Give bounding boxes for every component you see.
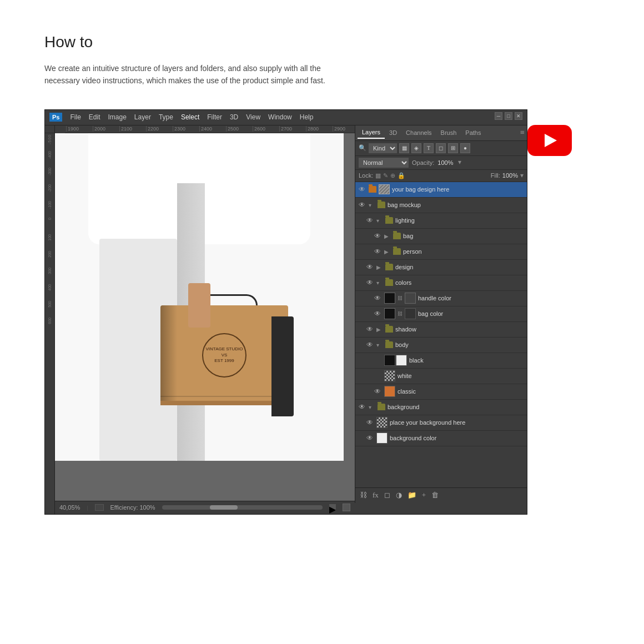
ruler-v-tick: 300 [45,268,54,284]
eye-visibility-icon[interactable]: 👁 [365,418,374,427]
vertical-ruler: -500 -400 -300 -200 -100 0 100 200 300 4… [45,125,55,514]
layer-item[interactable]: 👁 background color [355,431,527,446]
tab-layers[interactable]: Layers [358,127,385,139]
new-layer-icon[interactable]: + [422,491,426,500]
scroll-right-button[interactable]: ▶ [329,504,336,511]
chevron-right-icon: ▶ [384,249,391,255]
mask-icon[interactable]: ◻ [384,491,390,500]
layer-item[interactable]: 👁 ▾ lighting [355,213,527,229]
layer-item[interactable]: 👁 ▶ bag [355,229,527,244]
eye-visibility-icon[interactable]: 👁 [365,325,374,334]
eye-hidden-icon[interactable] [373,371,382,380]
ruler-v-tick: 200 [45,251,54,268]
menu-select[interactable]: Select [181,113,199,121]
layer-thumbnails [384,355,407,366]
eye-visibility-icon[interactable]: 👁 [365,278,374,287]
delete-layer-icon[interactable]: 🗑 [431,491,439,500]
fill-value: 100% [502,172,518,179]
blend-mode-dropdown[interactable]: Normal [359,158,409,168]
layer-item[interactable]: 👁 ▾ body [355,338,527,353]
menu-help[interactable]: Help [300,113,314,121]
filter-shape-btn[interactable]: ◻ [436,143,446,153]
opacity-label: Opacity: [412,159,434,166]
eye-visibility-icon[interactable]: 👁 [358,200,366,209]
youtube-play-button[interactable] [527,125,572,156]
layer-item[interactable]: 👁 ▾ background [355,400,527,415]
layer-item[interactable]: 👁 place your background here [355,415,527,431]
layer-item[interactable]: 👁 ▾ colors [355,275,527,291]
layer-name: colors [395,279,525,286]
tab-brush[interactable]: Brush [436,127,461,138]
ps-statusbar: 40,05% | Efficiency: 100% ▶ [55,501,355,514]
layer-thumbnail [376,417,388,428]
filter-smart-btn[interactable]: ⊞ [448,143,458,153]
lock-pixel-icon[interactable]: ▦ [375,172,381,179]
filter-type-dropdown[interactable]: Kind [369,143,397,153]
lock-all-icon[interactable]: 🔒 [398,172,405,179]
eye-visibility-icon[interactable]: 👁 [373,294,382,303]
tab-3d[interactable]: 3D [385,127,401,138]
eye-visibility-icon[interactable]: 👁 [358,185,366,194]
ruler-num: 2200 [146,126,173,132]
menu-edit[interactable]: Edit [89,113,100,121]
layer-thumbnail [384,293,395,304]
eye-visibility-icon[interactable]: 👁 [373,309,382,318]
eye-visibility-icon[interactable]: 👁 [373,387,382,396]
layer-item[interactable]: 👁 ▶ design [355,260,527,275]
tab-channels[interactable]: Channels [401,127,436,138]
eye-visibility-icon[interactable]: 👁 [365,340,374,349]
filter-toggle-btn[interactable]: ● [460,143,470,153]
adjustment-icon[interactable]: ◑ [396,491,402,500]
minimize-button[interactable]: ─ [495,112,502,120]
menu-window[interactable]: Window [268,113,292,121]
shopping-bag: VINTAGE STUDIOVSEST 1999 [160,305,288,416]
horizontal-scrollbar[interactable] [162,505,323,510]
layer-item[interactable]: 👁 ⛓ bag color [355,306,527,322]
layer-item[interactable]: 👁 classic [355,384,527,400]
eye-visibility-icon[interactable]: 👁 [358,402,366,411]
eye-visibility-icon[interactable]: 👁 [365,216,374,225]
link-layers-icon[interactable]: ⛓ [360,491,367,500]
layer-item[interactable]: white [355,369,527,384]
menu-type[interactable]: Type [159,113,173,121]
chevron-icon: ▾ [376,342,383,348]
lock-artboard-icon[interactable]: ⊕ [390,172,395,179]
fx-icon[interactable]: fx [373,491,379,500]
layer-item[interactable]: 👁 ▶ shadow [355,322,527,338]
menu-layer[interactable]: Layer [134,113,151,121]
eye-hidden-icon[interactable] [373,356,382,365]
filter-adjust-btn[interactable]: ◈ [411,143,421,153]
eye-visibility-icon[interactable]: 👁 [373,247,382,256]
tab-paths[interactable]: Paths [461,127,485,138]
layer-name: bag mockup [388,202,525,208]
layer-mask-thumbnail [405,293,416,304]
ruler-v-tick: -100 [45,201,54,218]
panel-more-button[interactable]: ≡ [520,128,525,137]
menu-image[interactable]: Image [108,113,127,121]
menu-view[interactable]: View [246,113,260,121]
layer-filter-row: 🔍 Kind ▦ ◈ T ◻ ⊞ ● [355,141,527,156]
eye-visibility-icon[interactable]: 👁 [365,263,374,271]
layer-item[interactable]: 👁 ▶ person [355,244,527,260]
close-button[interactable]: ✕ [515,112,522,120]
layer-item[interactable]: 👁 ⛓ handle color [355,291,527,306]
filter-pixel-btn[interactable]: ▦ [399,143,409,153]
menu-file[interactable]: File [70,113,80,121]
maximize-button[interactable]: □ [505,112,512,120]
layer-mask-thumbnail [396,355,407,366]
layer-item[interactable]: 👁 your bag design here [355,182,527,198]
canvas-nav-button[interactable] [343,504,350,511]
filter-text-btn[interactable]: T [424,143,434,153]
ruler-num: 2800 [306,126,333,132]
layer-item[interactable]: black [355,353,527,369]
group-icon[interactable]: 📁 [407,491,416,500]
menu-3d[interactable]: 3D [230,113,238,121]
layer-item[interactable]: 👁 ▾ bag mockup [355,198,527,213]
eye-visibility-icon[interactable]: 👁 [373,232,382,240]
fill-label: Fill: [491,172,500,179]
eye-visibility-icon[interactable]: 👁 [365,434,374,442]
canvas-icon[interactable] [95,504,104,511]
lock-move-icon[interactable]: ✎ [383,172,388,179]
ruler-v-tick: 100 [45,234,54,251]
menu-filter[interactable]: Filter [207,113,222,121]
